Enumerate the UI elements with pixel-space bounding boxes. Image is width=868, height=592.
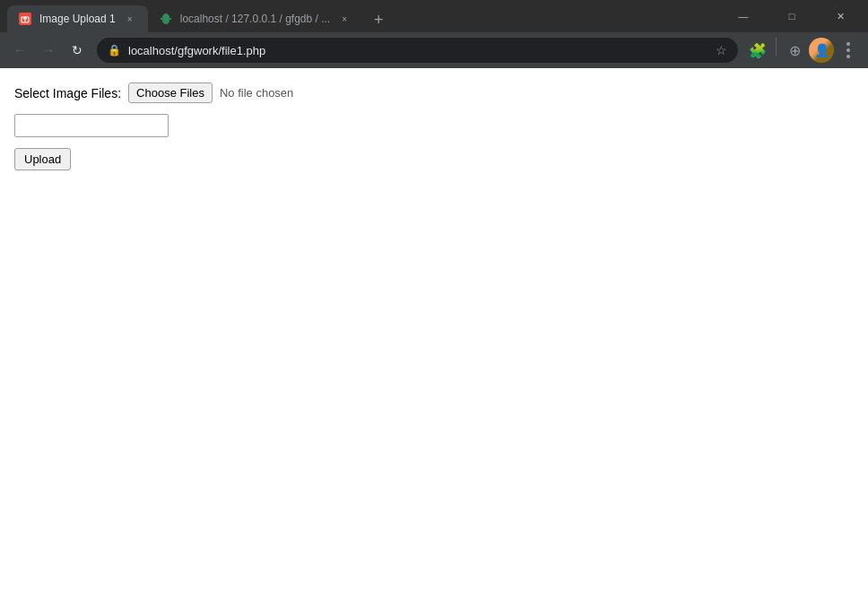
maximize-button[interactable]: □ <box>771 3 812 30</box>
file-input-row: Select Image Files: Choose Files No file… <box>14 83 854 103</box>
image-upload-favicon <box>19 13 31 25</box>
tab1-title: Image Upload 1 <box>39 13 116 25</box>
tab-favicon-2 <box>159 12 173 26</box>
menu-dot-1 <box>846 42 850 46</box>
text-input-field[interactable] <box>14 114 169 137</box>
no-file-chosen-text: No file chosen <box>220 86 293 100</box>
bookmark-icon[interactable]: ☆ <box>716 43 727 57</box>
menu-button[interactable] <box>836 38 861 63</box>
refresh-button[interactable]: ↻ <box>65 38 90 63</box>
forward-button[interactable]: → <box>36 38 61 63</box>
new-tab-button[interactable]: + <box>366 7 391 32</box>
tab-list: Image Upload 1 × localhost / 127.0.0.1 /… <box>7 0 719 32</box>
nav-actions: 🧩 ⊕ 👤 <box>745 38 861 63</box>
tab-image-upload[interactable]: Image Upload 1 × <box>7 5 148 32</box>
url-text: localhost/gfgwork/file1.php <box>128 44 708 57</box>
extensions-button[interactable]: 🧩 <box>745 38 770 63</box>
tab1-close[interactable]: × <box>123 12 137 26</box>
select-files-label: Select Image Files: <box>14 86 121 100</box>
close-button[interactable]: ✕ <box>820 3 861 30</box>
menu-dot-3 <box>846 55 850 58</box>
profile-avatar[interactable]: 👤 <box>809 38 834 63</box>
shield-button[interactable]: ⊕ <box>782 38 807 63</box>
address-bar[interactable]: 🔒 localhost/gfgwork/file1.php ☆ <box>97 38 738 63</box>
avatar-image: 👤 <box>809 38 834 63</box>
tab2-title: localhost / 127.0.0.1 / gfgdb / ... <box>180 13 330 25</box>
lock-icon: 🔒 <box>108 44 121 57</box>
choose-files-button[interactable]: Choose Files <box>128 83 213 103</box>
minimize-button[interactable]: — <box>723 3 764 30</box>
upload-row: Upload <box>14 148 854 170</box>
browser-window: Image Upload 1 × localhost / 127.0.0.1 /… <box>0 0 868 592</box>
nav-separator <box>776 38 777 56</box>
menu-dot-2 <box>846 48 850 52</box>
back-button[interactable]: ← <box>7 38 32 63</box>
file-input-wrapper: Choose Files No file chosen <box>128 83 293 103</box>
tab-favicon-1 <box>18 12 32 26</box>
tab2-close[interactable]: × <box>337 12 352 26</box>
window-controls: — □ ✕ <box>723 3 861 30</box>
gfg-favicon <box>160 13 172 25</box>
nav-bar: ← → ↻ 🔒 localhost/gfgwork/file1.php ☆ 🧩 … <box>0 32 868 68</box>
title-bar: Image Upload 1 × localhost / 127.0.0.1 /… <box>0 0 868 32</box>
upload-button[interactable]: Upload <box>14 148 71 170</box>
page-content: Select Image Files: Choose Files No file… <box>0 68 868 592</box>
tab-gfgdb[interactable]: localhost / 127.0.0.1 / gfgdb / ... × <box>148 5 362 32</box>
